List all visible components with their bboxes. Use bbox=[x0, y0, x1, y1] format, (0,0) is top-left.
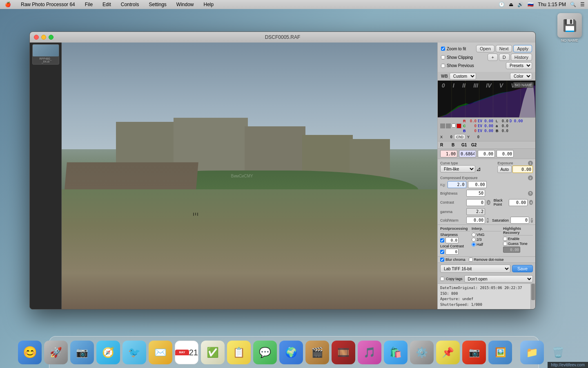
dock-item-itunes[interactable]: 🎵 bbox=[358, 341, 381, 364]
color-select[interactable]: Color bbox=[510, 73, 532, 80]
d-button[interactable]: D bbox=[499, 54, 510, 61]
presets-select[interactable]: Presets bbox=[506, 62, 532, 69]
dock-item-iphoto[interactable]: 📷 bbox=[70, 341, 94, 364]
copy-tags-checkbox[interactable] bbox=[440, 277, 444, 281]
swatch-mono[interactable] bbox=[440, 123, 445, 128]
dock-item-vlc[interactable]: 🎬 bbox=[305, 341, 329, 364]
black-field[interactable] bbox=[509, 199, 528, 206]
traffic-lights bbox=[34, 35, 53, 40]
search-icon[interactable]: 🔍 bbox=[570, 2, 576, 7]
swatch-mono2[interactable] bbox=[446, 123, 451, 128]
list-icon[interactable]: ☰ bbox=[580, 2, 585, 7]
dock-item-stickies[interactable]: 📌 bbox=[436, 341, 460, 364]
dock-item-sysprefs[interactable]: ⚙️ bbox=[410, 341, 434, 364]
auto-button[interactable]: Auto bbox=[497, 166, 512, 173]
dock-item-rpp[interactable]: 📷 bbox=[462, 341, 486, 364]
g1-field[interactable] bbox=[478, 150, 495, 157]
app-name[interactable]: Raw Photo Processor 64 bbox=[19, 2, 77, 7]
metadata-scrollbar[interactable] bbox=[530, 284, 535, 309]
contrast-field[interactable] bbox=[466, 199, 485, 206]
dock-item-mail[interactable]: ✉️ bbox=[149, 341, 172, 364]
save-button[interactable]: Save bbox=[512, 265, 533, 272]
black-point-label: Black Point bbox=[494, 198, 507, 206]
zoom-to-fit-checkbox[interactable] bbox=[441, 47, 445, 51]
hist-label-5: V bbox=[499, 82, 503, 89]
dock-item-photo[interactable]: 🎞️ bbox=[332, 341, 355, 364]
menu-file[interactable]: File bbox=[83, 2, 94, 7]
sidebar-thumb-1[interactable]: RPP480__64.di bbox=[32, 44, 59, 65]
dock-item-notes[interactable]: 📋 bbox=[227, 341, 251, 364]
l-value: 0.0 bbox=[500, 119, 508, 123]
dock-item-appstore[interactable]: 🛍️ bbox=[384, 341, 408, 364]
half23-radio[interactable] bbox=[472, 238, 476, 242]
plus-button[interactable]: + bbox=[488, 54, 497, 61]
channel-r-checkbox[interactable] bbox=[452, 123, 456, 128]
minimize-button[interactable] bbox=[41, 35, 46, 40]
dock-item-tasks[interactable]: ✅ bbox=[201, 341, 225, 364]
chd-button[interactable]: ChD bbox=[454, 134, 466, 140]
blur-chroma-checkbox[interactable] bbox=[440, 258, 444, 262]
dock-item-tweetbot[interactable]: 🐦 bbox=[122, 341, 146, 364]
format-select[interactable]: Lab TIFF 16-bit bbox=[440, 265, 510, 273]
dock-item-tiff[interactable]: 🖼️ bbox=[488, 341, 512, 364]
hl-value-field[interactable] bbox=[503, 247, 520, 253]
brightness-field[interactable] bbox=[466, 190, 485, 197]
dock-item-launchpad[interactable]: 🚀 bbox=[44, 341, 68, 364]
wb-select[interactable]: Custom bbox=[450, 73, 476, 80]
dock-item-calendar[interactable]: MAY 21 bbox=[175, 341, 198, 364]
half-radio[interactable] bbox=[472, 242, 476, 247]
apply-button[interactable]: Apply bbox=[513, 45, 532, 52]
menu-settings[interactable]: Settings bbox=[147, 2, 168, 7]
local-contrast-checkbox[interactable] bbox=[440, 250, 444, 254]
next-button[interactable]: Next bbox=[496, 45, 512, 52]
scrollbar-thumb[interactable] bbox=[531, 284, 535, 300]
postprocessing-col: Postprocessing Sharpness Local Contrast bbox=[440, 227, 470, 256]
menu-edit[interactable]: Edit bbox=[101, 2, 113, 7]
sharpness-checkbox[interactable] bbox=[440, 238, 444, 242]
desktop-volume-icon[interactable]: 💾 NO NAME bbox=[555, 13, 584, 43]
show-clipping-checkbox[interactable] bbox=[441, 55, 445, 59]
exposure-badge: 1 bbox=[528, 161, 533, 166]
dock-item-trash[interactable]: 🗑️ bbox=[546, 341, 570, 364]
dock-item-finder[interactable]: 😊 bbox=[18, 341, 42, 364]
sysprefs-icon: ⚙️ bbox=[416, 347, 428, 358]
history-button[interactable]: History bbox=[511, 54, 532, 61]
dock-item-safari[interactable]: 🧭 bbox=[96, 341, 120, 364]
remove-dot-noise-checkbox[interactable] bbox=[469, 258, 473, 262]
curve-type-select[interactable]: Film-like bbox=[440, 165, 475, 173]
menu-controls[interactable]: Controls bbox=[119, 2, 141, 7]
vng-radio[interactable] bbox=[472, 233, 476, 237]
comp-val-field[interactable] bbox=[468, 181, 487, 188]
enable-checkbox[interactable] bbox=[503, 237, 507, 241]
a-label: a bbox=[496, 124, 499, 128]
comp-kg-field[interactable] bbox=[448, 181, 466, 188]
b-field[interactable] bbox=[459, 150, 476, 157]
g2-field[interactable] bbox=[497, 150, 514, 157]
apple-menu[interactable]: 🍎 bbox=[3, 2, 13, 7]
l-label: L bbox=[496, 119, 499, 123]
cold-warm-field[interactable] bbox=[466, 217, 485, 224]
exposure-field[interactable] bbox=[512, 166, 533, 173]
dock-item-messages[interactable]: 💬 bbox=[253, 341, 277, 364]
r-field[interactable] bbox=[440, 150, 457, 157]
sharpness-field[interactable] bbox=[445, 237, 459, 243]
menu-help[interactable]: Help bbox=[202, 2, 216, 7]
gamma-field[interactable] bbox=[466, 208, 485, 215]
meta-line-2: ISO: 800 bbox=[440, 291, 528, 297]
dont-open-select[interactable]: Don't open bbox=[464, 275, 533, 283]
b-channel-label: B bbox=[463, 129, 466, 133]
curve-toggle-icon[interactable]: ⊿ bbox=[476, 166, 481, 172]
zoom-button[interactable] bbox=[49, 35, 53, 40]
swatch-r[interactable] bbox=[457, 123, 461, 128]
cold-warm-label: Cold/Warm bbox=[440, 218, 465, 222]
guess-tone-checkbox[interactable] bbox=[503, 242, 507, 246]
show-previous-checkbox[interactable] bbox=[441, 64, 445, 68]
sharpness-label: Sharpness bbox=[440, 233, 470, 237]
saturation-field[interactable] bbox=[510, 217, 529, 224]
open-button[interactable]: Open bbox=[476, 45, 494, 52]
local-contrast-field[interactable] bbox=[445, 249, 459, 255]
dock-item-browser[interactable]: 🌍 bbox=[279, 341, 303, 364]
dock-item-folder[interactable]: 📁 bbox=[520, 341, 544, 364]
close-button[interactable] bbox=[34, 35, 39, 40]
menu-window[interactable]: Window bbox=[175, 2, 196, 7]
